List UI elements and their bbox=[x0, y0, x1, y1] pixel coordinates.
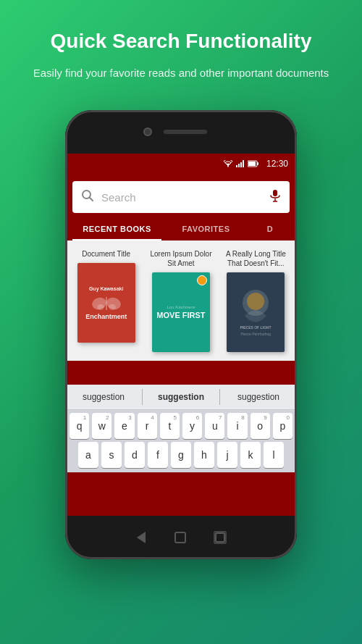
book-title-3: A Really Long Title That Doesn't Fit... bbox=[222, 249, 290, 268]
header-section: Quick Search Functionality Easily find y… bbox=[12, 0, 351, 103]
mic-icon[interactable] bbox=[269, 189, 281, 206]
key-k[interactable]: k bbox=[240, 442, 261, 468]
search-icon bbox=[81, 189, 94, 206]
search-bar[interactable]: Search bbox=[72, 181, 290, 213]
book-item-3[interactable]: A Really Long Title That Doesn't Fit... … bbox=[222, 249, 290, 352]
svg-line-9 bbox=[90, 197, 93, 201]
keyboard-area: suggestion suggestion suggestion 1q 2w 3… bbox=[65, 385, 297, 472]
key-p[interactable]: 0p bbox=[273, 413, 292, 439]
book-cover-2[interactable]: Lou Kashmere MOVE FIRST bbox=[152, 272, 210, 352]
tab-favorites[interactable]: FAVORITES bbox=[161, 219, 251, 241]
svg-text:PIECES OF LIGHT: PIECES OF LIGHT bbox=[240, 325, 272, 330]
signal-icon bbox=[236, 160, 245, 167]
svg-rect-6 bbox=[248, 162, 256, 166]
book-cover-1[interactable]: Guy Kawasaki Enchantment bbox=[77, 263, 135, 343]
key-j[interactable]: j bbox=[217, 442, 237, 468]
book-author-3: Pierce Penrhuthog bbox=[241, 332, 271, 336]
books-grid: Document Title Guy Kawasaki bbox=[72, 249, 290, 352]
butterfly-icon bbox=[92, 294, 121, 313]
suggestion-2[interactable]: suggestion bbox=[143, 385, 219, 409]
key-s[interactable]: s bbox=[101, 442, 122, 468]
book-item-2[interactable]: Lorem Ipsum Dolor Sit Amet Lou Kashmere … bbox=[147, 249, 214, 352]
svg-rect-7 bbox=[257, 162, 258, 165]
suggestions-row: suggestion suggestion suggestion bbox=[65, 385, 297, 410]
book-item-1[interactable]: Document Title Guy Kawasaki bbox=[72, 249, 140, 352]
status-icons: 12:30 bbox=[223, 159, 288, 169]
nav-back-button[interactable] bbox=[137, 532, 146, 543]
key-q[interactable]: 1q bbox=[70, 413, 89, 439]
tab-partial[interactable]: D bbox=[251, 219, 290, 241]
svg-point-0 bbox=[227, 166, 229, 167]
svg-rect-10 bbox=[273, 190, 277, 196]
key-o[interactable]: 9o bbox=[251, 413, 270, 439]
app-content: Search RECENT BOOKS FAVORITES bbox=[65, 174, 297, 516]
suggestion-1[interactable]: suggestion bbox=[65, 385, 142, 409]
key-t[interactable]: 5t bbox=[160, 413, 180, 439]
key-d[interactable]: d bbox=[125, 442, 145, 468]
front-camera bbox=[143, 127, 152, 136]
status-time: 12:30 bbox=[266, 159, 288, 169]
book-author-1: Guy Kawasaki bbox=[89, 286, 123, 291]
phone-frame: 12:30 Search bbox=[65, 110, 297, 559]
keyboard-row-1: 1q 2w 3e 4r 5t 6y 7u 8i 9o 0p bbox=[65, 410, 297, 439]
battery-icon bbox=[248, 160, 259, 167]
key-i[interactable]: 8i bbox=[227, 413, 247, 439]
book-name-cover-1: Enchantment bbox=[85, 313, 127, 320]
svg-rect-4 bbox=[243, 160, 244, 167]
key-u[interactable]: 7u bbox=[205, 413, 224, 439]
key-a[interactable]: a bbox=[78, 442, 98, 468]
tabs-bar: RECENT BOOKS FAVORITES D bbox=[65, 219, 297, 241]
svg-point-19 bbox=[247, 293, 264, 310]
book-title-1: Document Title bbox=[82, 249, 130, 259]
key-y[interactable]: 6y bbox=[182, 413, 202, 439]
head-silhouette-icon: PIECES OF LIGHT bbox=[237, 288, 274, 332]
svg-rect-3 bbox=[240, 162, 242, 167]
book-name-cover-2: MOVE FIRST bbox=[156, 311, 205, 320]
svg-rect-1 bbox=[236, 165, 237, 167]
wifi-icon bbox=[223, 160, 233, 167]
book-cover-3[interactable]: PIECES OF LIGHT Pierce Penrhuthog bbox=[227, 272, 285, 352]
nav-recents-button[interactable] bbox=[215, 532, 225, 543]
phone-mockup: 12:30 Search bbox=[65, 110, 297, 559]
book-title-2: Lorem Ipsum Dolor Sit Amet bbox=[147, 249, 214, 268]
book-author-small-2: Lou Kashmere bbox=[167, 305, 195, 309]
key-e[interactable]: 3e bbox=[114, 413, 134, 439]
page-title: Quick Search Functionality bbox=[33, 29, 329, 54]
status-bar: 12:30 bbox=[65, 154, 297, 174]
key-g[interactable]: g bbox=[171, 442, 191, 468]
speaker-grille bbox=[164, 130, 207, 134]
tab-recent-books[interactable]: RECENT BOOKS bbox=[72, 219, 161, 241]
book-badge bbox=[197, 275, 207, 285]
page-subtitle: Easily find your favorite reads and othe… bbox=[33, 65, 329, 82]
key-l[interactable]: l bbox=[264, 442, 284, 468]
nav-home-button[interactable] bbox=[174, 532, 186, 543]
search-placeholder[interactable]: Search bbox=[101, 191, 269, 204]
phone-bottom-bar bbox=[65, 516, 297, 559]
svg-rect-2 bbox=[238, 164, 240, 167]
key-h[interactable]: h bbox=[194, 442, 214, 468]
key-w[interactable]: 2w bbox=[92, 413, 111, 439]
phone-top-bar bbox=[65, 110, 297, 154]
books-area: Document Title Guy Kawasaki bbox=[65, 241, 297, 361]
keyboard-row-2: a s d f g h j k l bbox=[65, 439, 297, 468]
key-f[interactable]: f bbox=[148, 442, 168, 468]
suggestion-3[interactable]: suggestion bbox=[220, 385, 297, 409]
key-r[interactable]: 4r bbox=[138, 413, 157, 439]
